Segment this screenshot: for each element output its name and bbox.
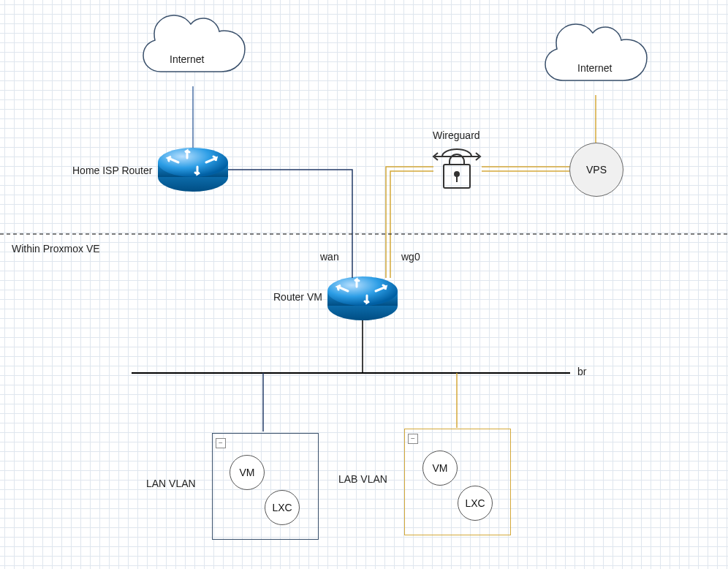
lan-lxc-label: LXC — [272, 502, 292, 513]
lab-vlan-box[interactable]: − — [404, 429, 511, 535]
home-isp-router-label: Home ISP Router — [72, 165, 152, 176]
vps-label: VPS — [586, 164, 607, 176]
collapse-icon[interactable]: − — [216, 438, 226, 448]
lab-vm-label: VM — [433, 462, 448, 474]
svg-rect-4 — [327, 291, 398, 306]
router-icon-vm — [327, 276, 398, 320]
svg-point-2 — [158, 148, 228, 177]
svg-point-5 — [327, 276, 398, 306]
svg-point-8 — [455, 172, 459, 176]
lan-vlan-label: LAN VLAN — [146, 478, 196, 489]
svg-rect-1 — [158, 162, 228, 177]
router-vm-label: Router VM — [273, 291, 322, 303]
vps-node[interactable]: VPS — [569, 143, 623, 197]
lab-vlan-label: LAB VLAN — [338, 473, 387, 485]
wireguard-label: Wireguard — [433, 129, 480, 141]
svg-point-0 — [158, 162, 228, 192]
wireguard-icon — [433, 149, 480, 188]
collapse-icon[interactable]: − — [408, 434, 418, 444]
wan-label: wan — [320, 251, 339, 263]
lan-vlan-box[interactable]: − — [212, 433, 319, 540]
svg-point-3 — [327, 291, 398, 320]
lab-vm-node[interactable]: VM — [422, 451, 458, 486]
lab-lxc-node[interactable]: LXC — [458, 486, 493, 521]
within-proxmox-label: Within Proxmox VE — [12, 243, 100, 255]
internet-right-label: Internet — [577, 62, 612, 74]
br-label: br — [577, 366, 586, 377]
svg-rect-7 — [444, 165, 470, 188]
internet-left-label: Internet — [170, 53, 204, 65]
lan-vm-label: VM — [240, 467, 255, 478]
diagram-canvas[interactable]: Internet Internet Home ISP Router Wiregu… — [0, 0, 728, 569]
lan-lxc-node[interactable]: LXC — [265, 490, 300, 525]
router-icon-home — [158, 148, 228, 192]
lab-lxc-label: LXC — [465, 497, 485, 509]
lan-vm-node[interactable]: VM — [230, 455, 265, 490]
wg0-label: wg0 — [401, 251, 420, 263]
